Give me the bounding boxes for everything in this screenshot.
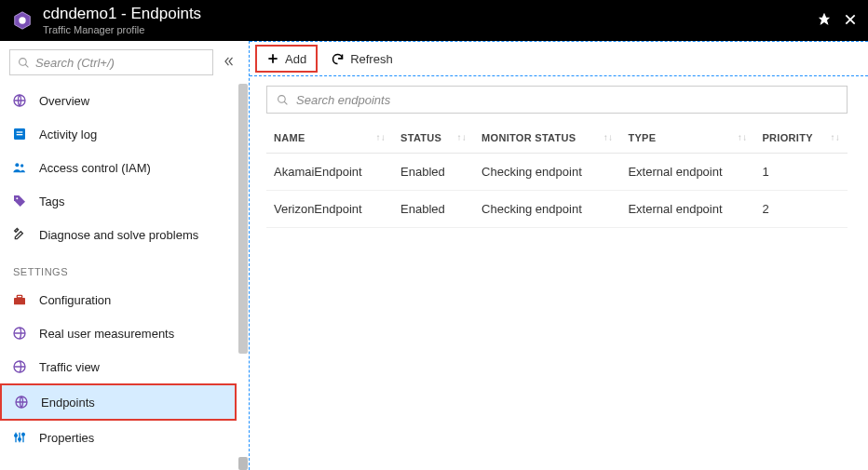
svg-point-11 bbox=[20, 164, 23, 167]
table-row[interactable]: AkamaiEndpoint Enabled Checking endpoint… bbox=[266, 154, 848, 191]
cell-status: Enabled bbox=[393, 191, 474, 228]
sidebar-item-label: Tags bbox=[39, 195, 64, 208]
col-name[interactable]: NAME↑↓ bbox=[266, 123, 393, 154]
sidebar: Search (Ctrl+/) Overview Activity log Ac… bbox=[0, 41, 250, 470]
sidebar-item-label: Access control (IAM) bbox=[39, 161, 151, 175]
sort-icon: ↑↓ bbox=[604, 132, 614, 142]
sidebar-search-placeholder: Search (Ctrl+/) bbox=[35, 56, 115, 70]
cell-type: External endpoint bbox=[620, 191, 754, 228]
cell-status: Enabled bbox=[393, 154, 474, 191]
svg-point-1 bbox=[19, 17, 25, 23]
svg-point-12 bbox=[16, 197, 18, 199]
refresh-button-label: Refresh bbox=[350, 52, 393, 66]
svg-point-22 bbox=[19, 438, 21, 441]
cell-priority: 2 bbox=[754, 191, 848, 228]
command-bar: Add Refresh bbox=[250, 42, 868, 75]
sort-icon: ↑↓ bbox=[830, 132, 840, 142]
sidebar-item-label: Activity log bbox=[39, 128, 97, 141]
toolbox-icon bbox=[11, 291, 28, 308]
sidebar-item-traffic-view[interactable]: Traffic view bbox=[0, 350, 237, 383]
add-button[interactable]: Add bbox=[255, 45, 318, 73]
sidebar-item-diagnose[interactable]: Diagnose and solve problems bbox=[0, 218, 237, 251]
pin-icon[interactable] bbox=[818, 13, 831, 29]
tag-icon bbox=[11, 193, 28, 209]
sidebar-item-activity-log[interactable]: Activity log bbox=[0, 117, 237, 151]
cell-monitor: Checking endpoint bbox=[474, 191, 620, 228]
add-button-label: Add bbox=[285, 52, 306, 66]
sort-icon: ↑↓ bbox=[456, 132, 467, 142]
cell-type: External endpoint bbox=[620, 154, 754, 191]
endpoint-search-placeholder: Search endpoints bbox=[296, 93, 390, 107]
blade-subtitle: Traffic Manager profile bbox=[43, 24, 201, 35]
blade-header: cdndemo1 - Endpoints Traffic Manager pro… bbox=[0, 0, 868, 41]
svg-line-27 bbox=[284, 101, 287, 104]
col-type[interactable]: TYPE↑↓ bbox=[620, 123, 754, 154]
refresh-button[interactable]: Refresh bbox=[321, 45, 402, 73]
svg-line-5 bbox=[25, 64, 28, 67]
cell-name: AkamaiEndpoint bbox=[266, 154, 393, 191]
log-icon bbox=[11, 126, 28, 142]
col-priority[interactable]: PRIORITY↑↓ bbox=[754, 123, 848, 154]
blade-title: cdndemo1 - Endpoints bbox=[43, 6, 201, 23]
close-icon[interactable] bbox=[844, 13, 857, 29]
col-monitor[interactable]: MONITOR STATUS↑↓ bbox=[474, 123, 620, 154]
svg-point-26 bbox=[278, 95, 286, 102]
sidebar-item-label: Diagnose and solve problems bbox=[39, 228, 198, 242]
people-icon bbox=[11, 159, 28, 176]
sidebar-item-endpoints[interactable]: Endpoints bbox=[0, 383, 237, 421]
globe-icon bbox=[11, 92, 28, 109]
sliders-icon bbox=[11, 429, 28, 446]
sidebar-item-label: Endpoints bbox=[41, 396, 95, 410]
svg-point-21 bbox=[15, 435, 18, 437]
section-settings-label: SETTINGS bbox=[0, 251, 237, 283]
cell-monitor: Checking endpoint bbox=[474, 154, 620, 191]
sidebar-item-real-user-measurements[interactable]: Real user measurements bbox=[0, 316, 237, 350]
sidebar-item-properties[interactable]: Properties bbox=[0, 421, 237, 454]
svg-point-23 bbox=[22, 433, 25, 436]
globe-icon bbox=[11, 358, 28, 375]
svg-rect-14 bbox=[17, 295, 21, 298]
cell-name: VerizonEndpoint bbox=[266, 191, 393, 228]
sidebar-item-label: Properties bbox=[39, 431, 94, 445]
svg-rect-13 bbox=[14, 298, 25, 304]
globe-icon bbox=[11, 325, 28, 342]
sidebar-item-configuration[interactable]: Configuration bbox=[0, 283, 237, 316]
endpoints-table: NAME↑↓ STATUS↑↓ MONITOR STATUS↑↓ TYPE↑↓ … bbox=[266, 123, 848, 228]
sidebar-item-label: Traffic view bbox=[39, 360, 100, 374]
resource-icon bbox=[11, 9, 34, 32]
svg-point-4 bbox=[20, 58, 27, 65]
main-panel: Add Refresh Search endpoints NAME↑↓ STAT… bbox=[250, 41, 868, 470]
svg-point-10 bbox=[15, 163, 19, 167]
col-status[interactable]: STATUS↑↓ bbox=[393, 123, 474, 154]
table-row[interactable]: VerizonEndpoint Enabled Checking endpoin… bbox=[266, 191, 848, 228]
sidebar-item-label: Overview bbox=[39, 94, 89, 108]
tools-icon bbox=[11, 226, 28, 243]
collapse-sidebar-icon[interactable] bbox=[219, 55, 239, 71]
sidebar-search-input[interactable]: Search (Ctrl+/) bbox=[9, 49, 213, 75]
sidebar-item-label: Configuration bbox=[39, 293, 111, 307]
cell-priority: 1 bbox=[754, 154, 848, 191]
sidebar-item-tags[interactable]: Tags bbox=[0, 184, 237, 218]
globe-icon bbox=[13, 394, 30, 410]
sidebar-item-overview[interactable]: Overview bbox=[0, 84, 237, 117]
sort-icon: ↑↓ bbox=[375, 132, 386, 142]
sidebar-scrollbar[interactable] bbox=[237, 84, 249, 470]
sidebar-item-label: Real user measurements bbox=[39, 327, 174, 341]
endpoint-search-input[interactable]: Search endpoints bbox=[266, 86, 848, 114]
sort-icon: ↑↓ bbox=[738, 132, 748, 142]
sidebar-item-access-control[interactable]: Access control (IAM) bbox=[0, 151, 237, 184]
